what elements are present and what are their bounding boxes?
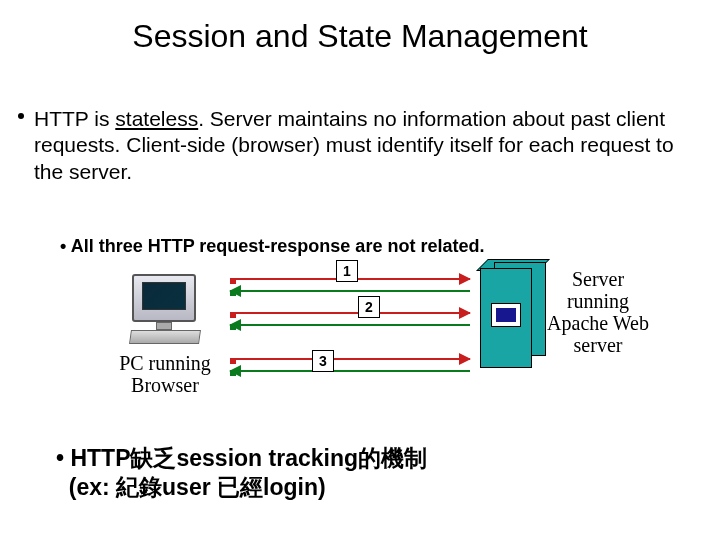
server-label-line2: running: [567, 290, 629, 312]
server-label-line1: Server: [572, 268, 624, 290]
bullet-3: • HTTP缺乏session tracking的機制 (ex: 紀錄user …: [56, 444, 427, 502]
server-label: Server running Apache Web server: [528, 268, 668, 356]
response-arrow-1: [230, 290, 470, 292]
server-label-line3: Apache Web: [547, 312, 649, 334]
pc-keyboard-icon: [129, 330, 201, 344]
response-arrow-3: [230, 370, 470, 372]
response-arrow-2: [230, 324, 470, 326]
pc-label: PC running Browser: [90, 352, 240, 396]
bullet-3-line1: • HTTP缺乏session tracking的機制: [56, 445, 427, 471]
bullet-dot-icon: [18, 113, 24, 119]
pc-stand-icon: [156, 322, 172, 330]
request-arrow-3: [230, 358, 470, 360]
bullet-1-pre: HTTP is: [34, 107, 115, 130]
number-box-1: 1: [336, 260, 358, 282]
slide-title: Session and State Management: [0, 0, 720, 55]
pc-label-line2: Browser: [131, 374, 199, 396]
pc-monitor-icon: [132, 274, 196, 322]
bullet-1-underline: stateless: [115, 107, 198, 130]
bullet-3-line2: (ex: 紀錄user 已經login): [56, 474, 326, 500]
number-box-2: 2: [358, 296, 380, 318]
number-box-3: 3: [312, 350, 334, 372]
request-arrow-2: [230, 312, 470, 314]
bullet-1: HTTP is stateless. Server maintains no i…: [34, 106, 686, 185]
pc-label-line1: PC running: [119, 352, 211, 374]
server-label-line4: server: [574, 334, 623, 356]
http-stateless-diagram: PC running Browser 1 2 3 Server running …: [60, 262, 660, 412]
bullet-2: • All three HTTP request-response are no…: [60, 236, 484, 257]
